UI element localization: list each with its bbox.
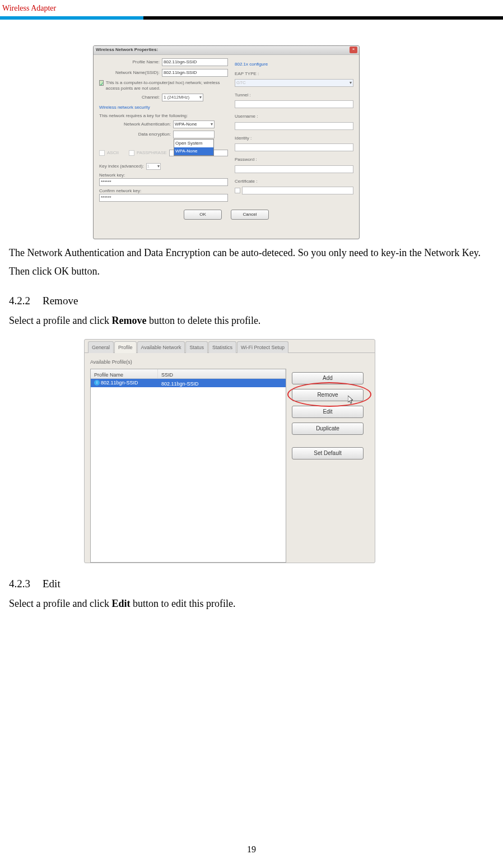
para2-pre: Select a profile and click	[9, 315, 111, 326]
dd-wpa-none[interactable]: WPA-None	[174, 147, 213, 155]
para3-pre: Select a profile and click	[9, 598, 111, 609]
password-label: Password :	[235, 156, 353, 164]
key-index-value: 1	[147, 163, 150, 170]
heading-423-title: Edit	[43, 578, 60, 590]
para2-post: button to delete this profile.	[146, 315, 260, 326]
titlebar-text: Wireless Network Properties:	[96, 46, 158, 54]
ascii-checkbox	[99, 150, 105, 156]
page-number: 19	[0, 842, 503, 858]
passphrase-checkbox	[129, 150, 134, 156]
tab-profile[interactable]: Profile	[114, 341, 137, 353]
info-icon: i	[94, 380, 100, 386]
network-key-input[interactable]: ******	[99, 178, 228, 186]
ascii-label: ASCII	[107, 149, 119, 157]
data-enc-select[interactable]: Open System WPA-None	[173, 131, 215, 138]
identity-input[interactable]	[235, 143, 353, 151]
tunnel-input[interactable]	[235, 100, 353, 108]
duplicate-button[interactable]: Duplicate	[292, 423, 364, 435]
wns-header: Wireless network security	[99, 104, 228, 112]
heading-423-num: 4.2.3	[9, 574, 43, 593]
table-row[interactable]: i 802.11bgn-SSID 802.11bgn-SSID	[91, 379, 286, 387]
edit-button[interactable]: Edit	[292, 406, 364, 418]
header-rule-black	[143, 16, 503, 20]
r-header: 802.1x configure	[235, 61, 353, 68]
tab-status[interactable]: Status	[185, 341, 208, 353]
eap-value: GTC	[236, 79, 246, 87]
close-icon[interactable]: ×	[350, 47, 357, 53]
data-enc-dropdown: Open System WPA-None	[174, 139, 214, 156]
col-profile-name: Profile Name	[91, 369, 158, 378]
header-brand: Wireless Adapter	[0, 0, 503, 16]
para-edit: Select a profile and click Edit button t…	[9, 595, 494, 612]
heading-422-title: Remove	[43, 295, 78, 307]
button-column: Add Remove Edit Duplicate Set Default	[292, 369, 364, 563]
row-ssid: 802.11bgn-SSID	[158, 379, 202, 387]
profile-tab-screenshot: General Profile Available Network Status…	[84, 339, 375, 563]
tab-wifi-protect[interactable]: Wi-Fi Protect Setup	[237, 341, 288, 353]
heading-422: 4.2.2Remove	[9, 291, 494, 310]
dd-open-system[interactable]: Open System	[174, 140, 213, 147]
adhoc-checkbox[interactable]	[99, 80, 104, 86]
ssid-label: Network Name(SSID):	[99, 69, 160, 77]
set-default-button[interactable]: Set Default	[292, 447, 364, 459]
header-rule-blue	[0, 16, 143, 20]
net-auth-label: Network Authentication:	[99, 120, 171, 128]
eap-select[interactable]: GTC ▾	[235, 79, 353, 87]
para-auth-detect: The Network Authentication and Data Encr…	[9, 244, 494, 280]
para2-strong: Remove	[111, 315, 146, 326]
tab-general[interactable]: General	[88, 341, 114, 353]
key-index-select: 1 ▾	[146, 163, 161, 170]
profile-name-label: Profile Name:	[99, 58, 160, 66]
cert-label: Certificate :	[235, 178, 353, 185]
net-auth-select[interactable]: WPA-None ▾	[173, 120, 215, 128]
cancel-button[interactable]: Cancel	[231, 210, 269, 220]
confirm-key-input[interactable]: ******	[99, 194, 228, 202]
ok-button[interactable]: OK	[184, 210, 222, 220]
heading-422-num: 4.2.2	[9, 291, 43, 310]
chevron-down-icon: ▾	[350, 79, 352, 87]
adhoc-text: This is a computer-to-computer(ad hoc) n…	[106, 80, 228, 91]
channel-label: Channel:	[99, 94, 160, 101]
chevron-down-icon: ▾	[157, 163, 160, 170]
header-rule	[0, 16, 503, 20]
wns-sub: This network requires a key for the foll…	[99, 113, 228, 119]
passphrase-label: PASSPHRASE	[137, 149, 167, 157]
row-profile-name: 802.11bgn-SSID	[101, 378, 138, 387]
net-auth-value: WPA-None	[175, 121, 197, 128]
titlebar: Wireless Network Properties: ×	[94, 46, 359, 55]
tunnel-label: Tunnel :	[235, 91, 353, 99]
chevron-down-icon: ▾	[199, 94, 202, 101]
cert-input[interactable]	[242, 187, 353, 194]
para-remove: Select a profile and click Remove button…	[9, 312, 494, 329]
eap-label: EAP TYPE :	[235, 70, 353, 78]
tabs: General Profile Available Network Status…	[85, 340, 375, 353]
wireless-properties-dialog: Wireless Network Properties: × Profile N…	[93, 45, 360, 239]
add-button[interactable]: Add	[292, 372, 364, 384]
profile-list[interactable]: Profile Name SSID i 802.11bgn-SSID 802.1…	[90, 369, 286, 563]
password-input[interactable]	[235, 165, 353, 173]
confirm-key-label: Confirm network key:	[99, 188, 228, 194]
para3-strong: Edit	[111, 598, 130, 609]
ssid-input[interactable]: 802.11bgn-SSID	[162, 69, 228, 77]
channel-value: 1 (2412MHz)	[164, 94, 189, 101]
profile-name-input[interactable]: 802.11bgn-SSID	[162, 58, 228, 66]
network-key-label: Network key:	[99, 173, 228, 178]
heading-423: 4.2.3Edit	[9, 574, 494, 593]
tab-available-network[interactable]: Available Network	[137, 341, 185, 353]
cert-checkbox[interactable]	[235, 188, 240, 193]
username-input[interactable]	[235, 122, 353, 130]
username-label: Username :	[235, 113, 353, 120]
list-header: Profile Name SSID	[91, 369, 286, 379]
key-index-label: Key index (advanced):	[99, 163, 144, 170]
group-label: Available Profile(s)	[90, 358, 369, 366]
identity-label: Identity :	[235, 134, 353, 142]
channel-select[interactable]: 1 (2412MHz) ▾	[162, 94, 203, 101]
col-ssid: SSID	[158, 369, 286, 378]
para3-post: button to edit this profile.	[130, 598, 235, 609]
chevron-down-icon: ▾	[211, 121, 213, 128]
data-enc-label: Data encryption:	[99, 131, 171, 138]
cursor-icon	[348, 396, 355, 405]
tab-statistics[interactable]: Statistics	[208, 341, 236, 353]
